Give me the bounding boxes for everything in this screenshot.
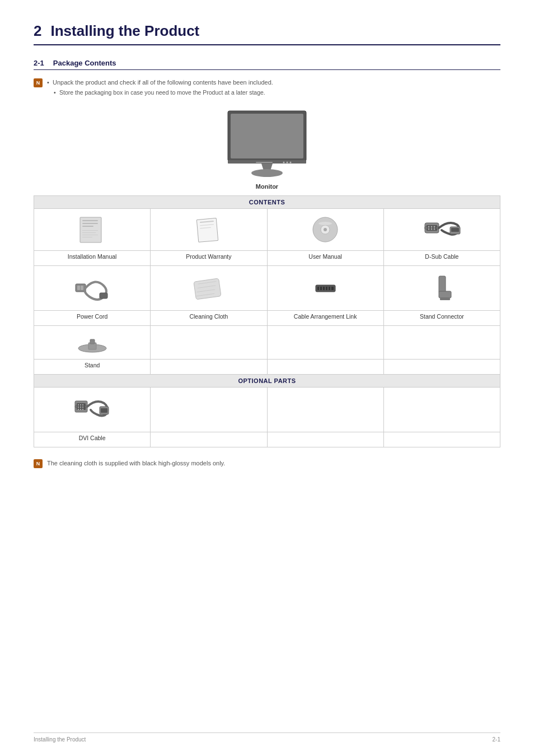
chapter-number: 2 xyxy=(34,22,41,40)
stand-connector-icon xyxy=(428,272,456,305)
contents-row-2-images xyxy=(34,266,500,311)
svg-rect-16 xyxy=(82,237,92,237)
svg-rect-41 xyxy=(194,278,221,300)
svg-point-62 xyxy=(79,404,81,405)
contents-header-row: CONTENTS xyxy=(34,196,500,209)
svg-point-29 xyxy=(434,226,435,228)
svg-point-64 xyxy=(77,407,78,408)
optional-row-1-images xyxy=(34,388,500,432)
cleaning-cloth-name: Cleaning Cloth xyxy=(151,311,267,326)
note-icon: N xyxy=(34,78,43,87)
stand-connector-cell xyxy=(383,266,500,311)
svg-rect-54 xyxy=(439,291,451,298)
dvi-cable-cell xyxy=(34,388,151,432)
section-header: 2-1 Package Contents xyxy=(34,59,500,70)
power-cord-cell xyxy=(34,266,151,311)
power-cord-icon xyxy=(73,272,112,305)
stand-name-empty-1 xyxy=(151,360,267,375)
optional-empty-2 xyxy=(267,388,383,432)
svg-point-32 xyxy=(434,228,435,230)
optional-empty-3 xyxy=(383,388,500,432)
footer: Installing the Product 2-1 xyxy=(34,732,500,743)
svg-point-33 xyxy=(425,227,428,230)
installation-manual-name: Installation Manual xyxy=(34,251,151,266)
monitor-image xyxy=(211,108,323,181)
svg-rect-55 xyxy=(440,298,450,300)
contents-label: CONTENTS xyxy=(34,196,500,209)
stand-connector-name: Stand Connector xyxy=(383,311,500,326)
svg-point-28 xyxy=(431,226,433,228)
product-warranty-name: Product Warranty xyxy=(151,251,267,266)
footer-left: Installing the Product xyxy=(34,736,86,743)
cleaning-cloth-cell xyxy=(151,266,267,311)
d-sub-cable-name: D-Sub Cable xyxy=(383,251,500,266)
optional-name-empty-2 xyxy=(267,432,383,447)
installation-manual-icon xyxy=(76,214,109,245)
contents-row-2-names: Power Cord Cleaning Cloth Cable Arrangem… xyxy=(34,311,500,326)
svg-point-69 xyxy=(82,409,83,410)
svg-rect-26 xyxy=(427,225,437,231)
stand-icon xyxy=(76,332,109,354)
contents-row-1-names: Installation Manual Product Warranty Use… xyxy=(34,251,500,266)
svg-point-24 xyxy=(318,222,332,225)
svg-point-61 xyxy=(77,404,78,405)
intro-note: N Unpack the product and check if all of… xyxy=(34,78,500,97)
user-manual-icon xyxy=(308,214,342,245)
stand-name-empty-3 xyxy=(383,360,500,375)
stand-name-empty-2 xyxy=(267,360,383,375)
svg-rect-10 xyxy=(82,220,98,221)
optional-header-row: OPTIONAL PARTS xyxy=(34,375,500,388)
bottom-note-icon: N xyxy=(34,459,43,468)
svg-point-67 xyxy=(77,409,78,410)
svg-point-4 xyxy=(283,162,285,164)
monitor-label: Monitor xyxy=(256,183,278,190)
cable-arrangement-name: Cable Arrangement Link xyxy=(267,311,383,326)
monitor-container: Monitor xyxy=(34,108,500,190)
bottom-note-text: The cleaning cloth is supplied with blac… xyxy=(47,459,225,469)
intro-note-text: Unpack the product and check if all of t… xyxy=(47,78,273,97)
dvi-cable-name: DVI Cable xyxy=(34,432,151,447)
svg-point-70 xyxy=(75,405,77,408)
svg-rect-38 xyxy=(77,286,80,290)
contents-table: CONTENTS xyxy=(34,195,500,447)
svg-rect-73 xyxy=(101,408,107,413)
section-number: 2-1 xyxy=(34,59,44,67)
svg-rect-13 xyxy=(82,230,98,231)
svg-rect-39 xyxy=(81,286,83,290)
svg-point-6 xyxy=(290,162,292,164)
intro-note-item-1: Unpack the product and check if all of t… xyxy=(47,78,273,88)
optional-label: OPTIONAL PARTS xyxy=(34,375,500,388)
chapter-title: 2 Installing the Product xyxy=(34,22,500,45)
svg-point-23 xyxy=(324,228,327,231)
contents-row-3-images xyxy=(34,326,500,360)
svg-rect-12 xyxy=(82,226,93,227)
user-manual-cell xyxy=(267,209,383,251)
svg-point-8 xyxy=(251,169,283,177)
optional-row-1-names: DVI Cable xyxy=(34,432,500,447)
stand-row-empty-3 xyxy=(383,326,500,360)
cleaning-cloth-icon xyxy=(190,272,227,305)
stand-row-empty-2 xyxy=(267,326,383,360)
svg-rect-58 xyxy=(90,339,95,344)
d-sub-cable-cell xyxy=(383,209,500,251)
optional-name-empty-3 xyxy=(383,432,500,447)
svg-rect-11 xyxy=(82,223,98,224)
intro-note-item-2: Store the packaging box in case you need… xyxy=(47,88,273,97)
svg-rect-40 xyxy=(100,293,107,298)
svg-rect-36 xyxy=(451,228,459,232)
section-title: Package Contents xyxy=(53,59,116,67)
svg-point-65 xyxy=(79,407,81,408)
user-manual-name: User Manual xyxy=(267,251,383,266)
product-warranty-icon xyxy=(192,214,226,245)
optional-name-empty-1 xyxy=(151,432,267,447)
svg-point-31 xyxy=(431,228,433,230)
svg-rect-15 xyxy=(82,235,98,235)
svg-point-66 xyxy=(82,407,83,408)
stand-cell xyxy=(34,326,151,360)
cable-arrangement-cell xyxy=(267,266,383,311)
svg-point-5 xyxy=(287,162,288,164)
contents-row-1-images xyxy=(34,209,500,251)
bottom-note: N The cleaning cloth is supplied with bl… xyxy=(34,459,500,469)
svg-rect-3 xyxy=(256,162,273,163)
dvi-cable-icon xyxy=(73,393,112,427)
